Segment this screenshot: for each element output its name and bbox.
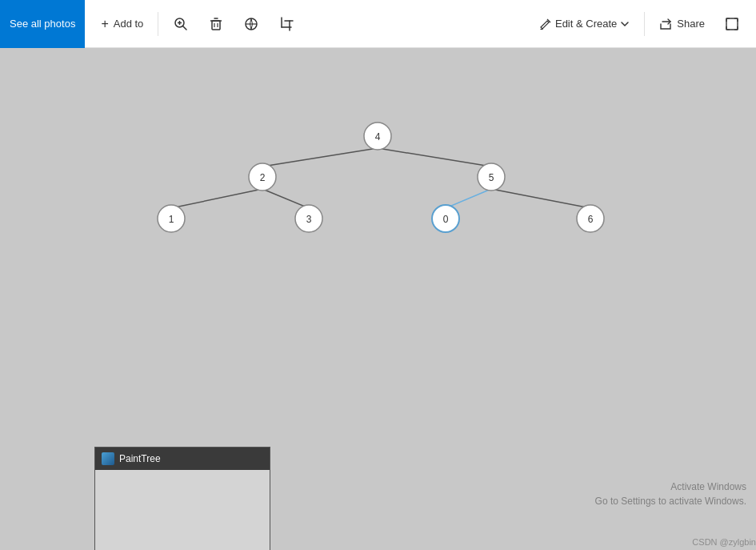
toolbar-actions: + Add to xyxy=(85,8,531,40)
zoom-in-button[interactable] xyxy=(165,8,197,40)
plus-icon: + xyxy=(101,17,108,31)
divider-2 xyxy=(644,12,645,36)
edge-5-6 xyxy=(491,189,590,208)
node-4-label: 4 xyxy=(375,131,381,143)
csdn-text: CSDN @zylgbin xyxy=(692,537,756,547)
svg-rect-4 xyxy=(212,21,220,30)
edge-2-1 xyxy=(171,189,262,208)
zoom-in-icon xyxy=(173,16,189,32)
csdn-watermark: CSDN @zylgbin xyxy=(692,537,756,547)
expand-button[interactable] xyxy=(716,8,748,40)
edge-4-5 xyxy=(378,148,491,167)
divider-1 xyxy=(158,12,158,36)
enhance-icon xyxy=(243,16,259,32)
edit-create-button[interactable]: Edit & Create xyxy=(531,8,638,40)
chevron-down-icon xyxy=(620,19,630,29)
crop-icon xyxy=(278,16,294,32)
toolbar-right: Edit & Create Share xyxy=(531,8,756,40)
delete-button[interactable] xyxy=(200,8,232,40)
painttree-thumbnail[interactable]: PaintTree xyxy=(94,447,270,550)
node-6-label: 6 xyxy=(588,214,594,225)
enhance-button[interactable] xyxy=(235,8,267,40)
share-label: Share xyxy=(677,18,705,30)
add-to-label: Add to xyxy=(114,18,144,30)
edit-create-label: Edit & Create xyxy=(555,18,617,30)
painttree-icon xyxy=(102,452,114,465)
main-canvas: 4 2 5 1 3 0 6 PaintTree Activate Windows… xyxy=(0,48,756,550)
see-all-photos-button[interactable]: See all photos xyxy=(0,0,85,48)
painttree-preview xyxy=(95,470,270,550)
node-0-label: 0 xyxy=(443,214,449,225)
add-to-button[interactable]: + Add to xyxy=(93,8,151,40)
svg-line-1 xyxy=(183,26,187,30)
node-2-label: 2 xyxy=(260,172,266,183)
painttree-title: PaintTree xyxy=(119,453,161,464)
painttree-thumb-header: PaintTree xyxy=(95,448,270,470)
edge-4-2 xyxy=(262,148,378,167)
edge-2-3 xyxy=(262,189,309,208)
watermark-line2: Go to Settings to activate Windows. xyxy=(595,494,746,508)
toolbar: See all photos + Add to xyxy=(0,0,756,48)
svg-rect-15 xyxy=(282,21,290,27)
share-button[interactable]: Share xyxy=(651,8,713,40)
delete-icon xyxy=(208,16,224,32)
svg-rect-19 xyxy=(726,18,738,30)
node-3-label: 3 xyxy=(306,214,312,225)
crop-button[interactable] xyxy=(270,8,302,40)
node-5-label: 5 xyxy=(489,172,494,183)
watermark-line1: Activate Windows xyxy=(595,480,746,494)
edit-create-icon xyxy=(539,18,552,30)
share-icon xyxy=(659,18,672,30)
node-1-label: 1 xyxy=(169,214,174,225)
edge-5-0 xyxy=(446,189,491,208)
watermark: Activate Windows Go to Settings to activ… xyxy=(595,480,746,508)
expand-icon xyxy=(725,17,739,31)
